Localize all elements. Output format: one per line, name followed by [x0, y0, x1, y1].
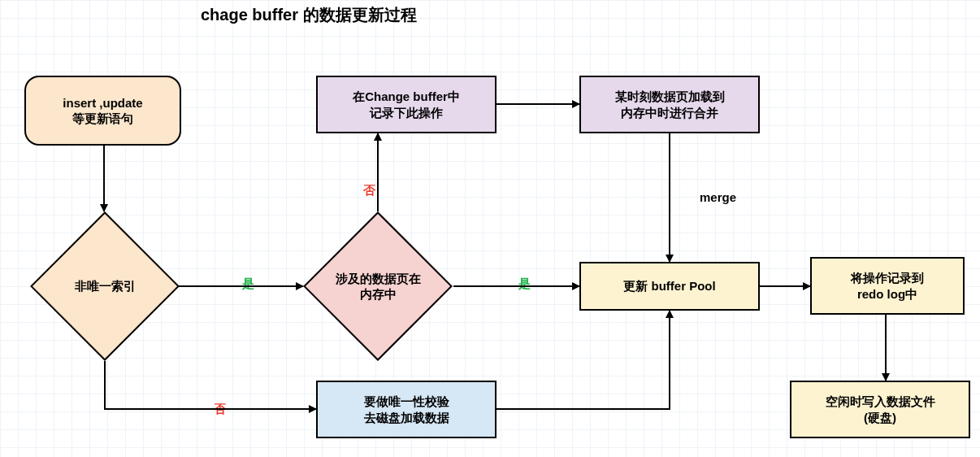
node-record-change-buffer-label: 在Change buffer中记录下此操作: [353, 89, 460, 120]
edge-label-yes-2: 是: [518, 276, 531, 292]
node-non-unique-index: 非唯一索引: [52, 233, 158, 339]
node-unique-check: 要做唯一性校验去磁盘加载数据: [316, 381, 497, 438]
node-start-label: insert ,update等更新语句: [63, 95, 142, 127]
node-start: insert ,update等更新语句: [24, 76, 181, 146]
node-update-buffer-pool: 更新 buffer Pool: [579, 262, 760, 311]
node-redo-log: 将操作记录到redo log中: [810, 257, 965, 315]
diagram-title: chage buffer 的数据更新过程: [201, 4, 417, 26]
node-page-in-memory-label: 涉及的数据页在内存中: [336, 271, 421, 302]
edge-label-merge: merge: [700, 190, 736, 204]
node-redo-log-label: 将操作记录到redo log中: [851, 270, 924, 302]
node-merge-later: 某时刻数据页加载到内存中时进行合并: [579, 76, 760, 133]
node-unique-check-label: 要做唯一性校验去磁盘加载数据: [364, 394, 449, 425]
node-merge-later-label: 某时刻数据页加载到内存中时进行合并: [615, 89, 725, 120]
node-idle-flush-label: 空闲时写入数据文件(硬盘): [826, 394, 935, 425]
node-record-change-buffer: 在Change buffer中记录下此操作: [316, 76, 497, 133]
node-non-unique-index-label: 非唯一索引: [75, 278, 136, 294]
edge-label-no-1: 否: [363, 183, 375, 198]
node-update-buffer-pool-label: 更新 buffer Pool: [623, 278, 715, 294]
node-page-in-memory: 涉及的数据页在内存中: [325, 233, 431, 339]
edge-label-no-2: 否: [214, 402, 226, 417]
edge-label-yes-1: 是: [242, 276, 254, 292]
node-idle-flush: 空闲时写入数据文件(硬盘): [790, 381, 970, 438]
